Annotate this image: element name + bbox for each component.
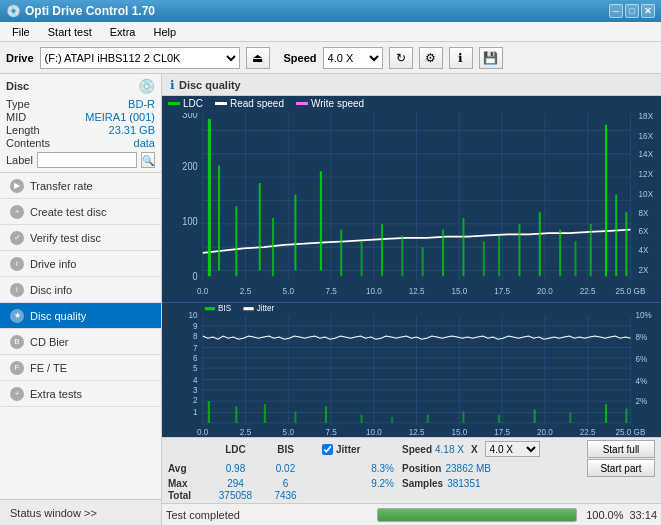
svg-text:1: 1: [193, 407, 198, 416]
svg-rect-108: [208, 401, 210, 423]
progress-percentage: 100.0%: [583, 509, 623, 521]
svg-rect-52: [381, 224, 383, 276]
svg-text:12.5: 12.5: [409, 285, 425, 296]
stats-header-row: LDC BIS Jitter Speed 4.18 X X 4.0 X Star…: [168, 440, 655, 458]
label-edit-button[interactable]: 🔍: [141, 152, 155, 168]
ldc-color-swatch: [168, 102, 180, 105]
svg-text:6%: 6%: [636, 354, 648, 363]
svg-rect-116: [462, 411, 464, 422]
minimize-button[interactable]: ─: [609, 4, 623, 18]
svg-rect-68: [205, 307, 215, 310]
svg-text:2.5: 2.5: [240, 285, 251, 296]
contents-value: data: [134, 137, 155, 149]
cd-bier-icon: B: [10, 335, 24, 349]
svg-text:25.0 GB: 25.0 GB: [616, 285, 646, 296]
label-input[interactable]: [37, 152, 137, 168]
svg-rect-43: [208, 119, 211, 276]
svg-text:10X: 10X: [639, 188, 654, 199]
sidebar-item-cd-bier[interactable]: B CD Bier: [0, 329, 161, 355]
svg-text:7.5: 7.5: [325, 428, 337, 437]
maximize-button[interactable]: □: [625, 4, 639, 18]
read-label: Read speed: [230, 98, 284, 109]
svg-rect-110: [264, 404, 266, 423]
max-bis: 6: [267, 478, 312, 489]
settings-icon-btn[interactable]: ⚙: [419, 47, 443, 69]
cd-bier-label: CD Bier: [30, 336, 69, 348]
svg-rect-61: [559, 230, 561, 277]
speed-select[interactable]: 4.0 X: [323, 47, 383, 69]
status-window-button[interactable]: Status window >>: [0, 499, 161, 525]
menubar: File Start test Extra Help: [0, 22, 661, 42]
max-label: Max: [168, 478, 212, 489]
create-test-disc-icon: +: [10, 205, 24, 219]
jitter-checkbox[interactable]: [322, 444, 333, 455]
start-full-button[interactable]: Start full: [587, 440, 655, 458]
svg-text:10%: 10%: [636, 311, 652, 320]
status-text: Test completed: [166, 509, 371, 521]
sidebar-item-create-test-disc[interactable]: + Create test disc: [0, 199, 161, 225]
eject-button[interactable]: ⏏: [246, 47, 270, 69]
titlebar-title: 💿 Opti Drive Control 1.70: [6, 4, 155, 18]
info-icon-btn[interactable]: ℹ: [449, 47, 473, 69]
svg-rect-117: [498, 414, 500, 422]
menu-file[interactable]: File: [4, 24, 38, 40]
progress-bar-fill: [378, 509, 576, 521]
sidebar-item-transfer-rate[interactable]: ▶ Transfer rate: [0, 173, 161, 199]
total-bis: 7436: [267, 490, 312, 501]
sidebar-item-disc-quality[interactable]: ★ Disc quality: [0, 303, 161, 329]
upper-chart-svg: 300 200 100 0 18X 16X 14X 12X 10X 8X 6X …: [162, 113, 661, 300]
svg-rect-115: [427, 414, 429, 422]
disc-icon[interactable]: 💿: [138, 78, 155, 94]
avg-ldc: 0.98: [212, 463, 267, 474]
svg-rect-63: [590, 224, 592, 276]
svg-rect-64: [605, 125, 607, 277]
svg-text:6: 6: [193, 353, 198, 362]
svg-text:5: 5: [193, 364, 198, 373]
jitter-checkbox-group: Jitter: [322, 444, 402, 455]
svg-text:15.0: 15.0: [451, 285, 467, 296]
menu-help[interactable]: Help: [145, 24, 184, 40]
disc-panel: Disc 💿 Type BD-R MID MEIRA1 (001) Length…: [0, 74, 161, 173]
svg-text:10: 10: [189, 311, 198, 320]
svg-text:17.5: 17.5: [494, 428, 510, 437]
menu-extra[interactable]: Extra: [102, 24, 144, 40]
svg-text:15.0: 15.0: [451, 428, 467, 437]
svg-rect-47: [272, 218, 274, 276]
refresh-button[interactable]: ↻: [389, 47, 413, 69]
drive-select[interactable]: (F:) ATAPI iHBS112 2 CL0K: [40, 47, 240, 69]
sidebar-item-extra-tests[interactable]: + Extra tests: [0, 381, 161, 407]
svg-rect-46: [259, 183, 261, 270]
upper-chart: 300 200 100 0 18X 16X 14X 12X 10X 8X 6X …: [162, 111, 661, 303]
menu-start-test[interactable]: Start test: [40, 24, 100, 40]
disc-type-row: Type BD-R: [6, 98, 155, 110]
svg-text:4%: 4%: [636, 376, 648, 385]
label-label: Label: [6, 154, 33, 166]
sidebar-item-disc-info[interactable]: i Disc info: [0, 277, 161, 303]
svg-text:14X: 14X: [639, 149, 654, 160]
speed-dropdown[interactable]: 4.0 X: [485, 441, 540, 457]
svg-text:BIS: BIS: [218, 304, 232, 313]
svg-rect-49: [320, 171, 322, 270]
length-value: 23.31 GB: [109, 124, 155, 136]
svg-text:3: 3: [193, 386, 198, 395]
close-button[interactable]: ✕: [641, 4, 655, 18]
max-ldc: 294: [212, 478, 267, 489]
svg-rect-51: [361, 241, 363, 276]
drive-info-label: Drive info: [30, 258, 76, 270]
svg-rect-62: [574, 241, 576, 276]
svg-text:8X: 8X: [639, 207, 649, 218]
avg-label: Avg: [168, 463, 212, 474]
svg-text:5.0: 5.0: [283, 428, 295, 437]
start-part-button[interactable]: Start part: [587, 459, 655, 477]
type-value: BD-R: [128, 98, 155, 110]
app-title: Opti Drive Control 1.70: [25, 4, 155, 18]
svg-text:20.0: 20.0: [537, 428, 553, 437]
transfer-rate-label: Transfer rate: [30, 180, 93, 192]
svg-text:0.0: 0.0: [197, 285, 208, 296]
svg-text:12.5: 12.5: [409, 428, 425, 437]
disc-quality-icon: ★: [10, 309, 24, 323]
save-button[interactable]: 💾: [479, 47, 503, 69]
sidebar-item-drive-info[interactable]: i Drive info: [0, 251, 161, 277]
sidebar-item-fe-te[interactable]: F FE / TE: [0, 355, 161, 381]
sidebar-item-verify-test-disc[interactable]: ✓ Verify test disc: [0, 225, 161, 251]
